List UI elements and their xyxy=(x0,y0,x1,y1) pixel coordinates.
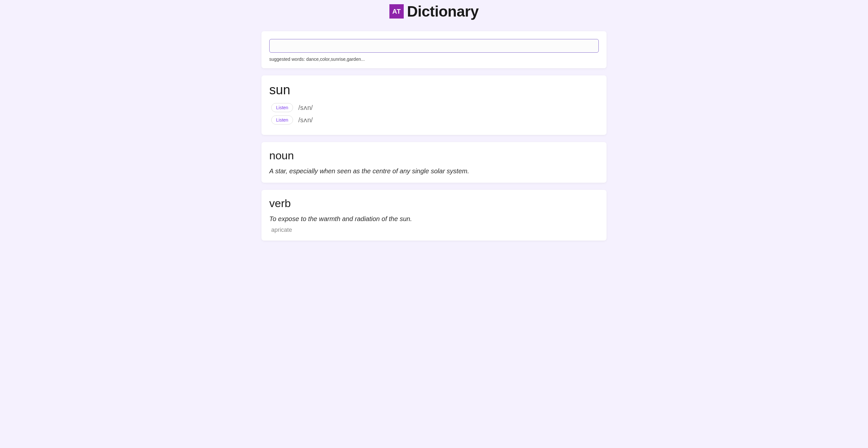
logo-badge: AT xyxy=(390,4,404,19)
app-title: Dictionary xyxy=(407,3,478,20)
phonetic-text: /sʌn/ xyxy=(298,104,313,111)
meaning-card: verb To expose to the warmth and radiati… xyxy=(261,190,607,241)
phonetic-row: Listen /sʌn/ xyxy=(271,115,599,125)
word-card: sun Listen /sʌn/ Listen /sʌn/ xyxy=(261,75,607,135)
word-title: sun xyxy=(269,82,599,97)
meaning-card: noun A star, especially when seen as the… xyxy=(261,142,607,183)
phonetic-row: Listen /sʌn/ xyxy=(271,103,599,112)
suggested-words-label: suggested words: dance,color,sunrise,gar… xyxy=(269,57,599,62)
search-input[interactable] xyxy=(269,39,599,53)
synonym-text: apricate xyxy=(271,227,599,234)
definition-text: A star, especially when seen as the cent… xyxy=(269,167,599,176)
definition-text: To expose to the warmth and radiation of… xyxy=(269,214,599,223)
part-of-speech: noun xyxy=(269,149,599,162)
listen-button[interactable]: Listen xyxy=(271,115,293,125)
app-header: AT Dictionary xyxy=(0,0,868,24)
search-card: suggested words: dance,color,sunrise,gar… xyxy=(261,31,607,68)
phonetic-text: /sʌn/ xyxy=(298,116,313,124)
part-of-speech: verb xyxy=(269,197,599,210)
listen-button[interactable]: Listen xyxy=(271,103,293,112)
